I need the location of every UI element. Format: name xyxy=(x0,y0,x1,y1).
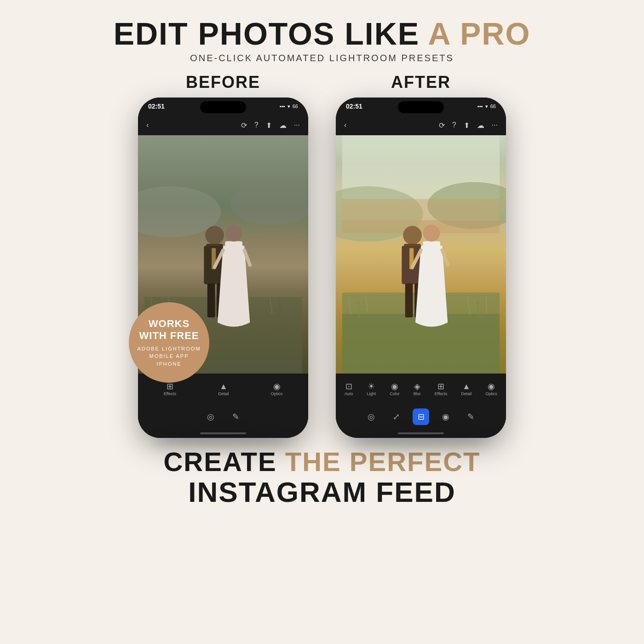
before-phone-frame: 02:51 ▪▪▪ ▾ 66 ‹ ⟳ ? ⬆ ☁ xyxy=(138,98,308,438)
after-photo-bg xyxy=(336,135,506,374)
lr-toolbar-before: ‹ ⟳ ? ⬆ ☁ ··· xyxy=(138,115,308,135)
home-bar-after xyxy=(398,432,444,434)
footer: CREATE THE PERFECT INSTAGRAM FEED xyxy=(163,447,480,508)
svg-point-15 xyxy=(225,225,242,242)
effects-icon: ⊞ xyxy=(167,382,173,391)
footer-line1-black: CREATE xyxy=(163,447,285,477)
after-photo xyxy=(336,135,506,374)
status-icons-after: ▪▪▪ ▾ 66 xyxy=(477,104,496,109)
status-bar-before: 02:51 ▪▪▪ ▾ 66 xyxy=(138,98,308,115)
detail-icon-after: ▲ xyxy=(462,382,471,391)
time-before: 02:51 xyxy=(148,103,165,110)
share-icon-after[interactable]: ⬆ xyxy=(464,121,470,130)
badge-circle: WORKS WITH FREE ADOBE LIGHTROOM MOBILE A… xyxy=(129,302,209,383)
headline-black: EDIT PHOTOS LIKE xyxy=(114,16,428,51)
history-icon[interactable]: ⟳ xyxy=(241,121,247,130)
round-icon-a2[interactable]: ⤢ xyxy=(388,408,404,425)
svg-rect-21 xyxy=(342,199,500,233)
subtitle: ONE-CLICK AUTOMATED LIGHTROOM PRESETS xyxy=(114,53,531,63)
tab-effects[interactable]: ⊞ Effects xyxy=(435,382,447,396)
home-indicator-after xyxy=(336,429,506,438)
round-icon-a3[interactable]: ◉ xyxy=(437,408,454,425)
auto-icon: ⊡ xyxy=(345,382,352,391)
back-icon[interactable]: ‹ xyxy=(146,121,149,129)
color-icon: ◉ xyxy=(391,382,398,391)
optics-label-after: Optics xyxy=(485,391,497,396)
optics-icon-after: ◉ xyxy=(488,382,495,391)
svg-point-2 xyxy=(230,182,308,225)
more-icon-after[interactable]: ··· xyxy=(492,121,498,130)
color-label: Color xyxy=(390,391,400,396)
svg-point-36 xyxy=(423,225,440,242)
second-row-before: ◎ ✎ xyxy=(138,405,308,429)
detail-icon: ▲ xyxy=(219,382,228,391)
footer-line1-accent: THE PERFECT xyxy=(285,447,481,477)
badge-main: WORKS WITH FREE xyxy=(139,318,199,342)
round-icon-2[interactable]: ✎ xyxy=(227,408,244,425)
svg-rect-34 xyxy=(405,283,413,317)
headline-accent: A PRO xyxy=(428,16,531,51)
help-icon-after[interactable]: ? xyxy=(452,121,456,130)
back-icon-after[interactable]: ‹ xyxy=(344,121,346,129)
round-icon-1[interactable]: ◎ xyxy=(202,408,219,425)
tab-color[interactable]: ◉ Color xyxy=(390,382,400,396)
badge-sub: ADOBE LIGHTROOM MOBILE APP IPHONE xyxy=(137,345,201,368)
svg-point-9 xyxy=(205,226,224,245)
tab-optics[interactable]: ◉ Optics xyxy=(485,382,497,396)
home-indicator-before xyxy=(138,429,308,438)
tab-light[interactable]: ☀ Light xyxy=(367,382,376,396)
effects-label: Effects xyxy=(164,391,176,396)
svg-rect-13 xyxy=(207,283,215,317)
toolbar-right-before: ⟳ ? ⬆ ☁ ··· xyxy=(241,121,300,130)
after-phone-frame: 02:51 ▪▪▪ ▾ 66 ‹ ⟳ ? ⬆ ☁ xyxy=(336,98,506,438)
header: EDIT PHOTOS LIKE A PRO ONE-CLICK AUTOMAT… xyxy=(114,0,531,63)
light-icon: ☀ xyxy=(368,382,375,391)
tab-item[interactable]: ⊞ Effects xyxy=(164,382,176,396)
after-phone-outer: 02:51 ▪▪▪ ▾ 66 ‹ ⟳ ? ⬆ ☁ xyxy=(336,98,506,438)
before-column: BEFORE WORKS WITH FREE ADOBE LIGHTROOM M… xyxy=(138,73,308,438)
effects-icon-after: ⊞ xyxy=(437,382,444,391)
optics-label: Optics xyxy=(271,391,283,396)
before-phone-outer: WORKS WITH FREE ADOBE LIGHTROOM MOBILE A… xyxy=(138,98,308,438)
optics-icon: ◉ xyxy=(273,382,281,391)
history-icon-after[interactable]: ⟳ xyxy=(439,121,445,130)
dynamic-island-before xyxy=(200,101,246,113)
tab-detail[interactable]: ▲ Detail xyxy=(461,382,472,396)
after-column: AFTER 02:51 ▪▪▪ ▾ 66 ‹ ⟳ xyxy=(336,73,506,438)
share-icon[interactable]: ⬆ xyxy=(266,121,272,130)
cloud-icon-after[interactable]: ☁ xyxy=(477,121,484,130)
phones-section: BEFORE WORKS WITH FREE ADOBE LIGHTROOM M… xyxy=(138,73,506,438)
more-icon[interactable]: ··· xyxy=(294,121,300,130)
auto-label: Auto xyxy=(345,391,353,396)
dynamic-island-after xyxy=(398,101,444,113)
detail-label-after: Detail xyxy=(461,391,472,396)
svg-point-30 xyxy=(403,226,422,245)
round-icon-a4[interactable]: ✎ xyxy=(462,408,479,425)
active-adjust-icon[interactable]: ⊟ xyxy=(413,408,429,425)
tab-item[interactable]: ▲ Detail xyxy=(218,382,229,396)
tab-blur[interactable]: ◈ Blur xyxy=(414,382,421,396)
main-headline: EDIT PHOTOS LIKE A PRO xyxy=(114,17,531,50)
home-bar xyxy=(200,432,246,434)
light-label: Light xyxy=(367,391,376,396)
lr-toolbar-after: ‹ ⟳ ? ⬆ ☁ ··· xyxy=(336,115,506,135)
help-icon[interactable]: ? xyxy=(254,121,259,130)
footer-line2: INSTAGRAM FEED xyxy=(163,477,480,508)
tabs-after: ⊡ Auto ☀ Light ◉ Color ◈ Blur xyxy=(336,374,506,405)
status-icons-before: ▪▪▪ ▾ 66 xyxy=(280,104,298,109)
before-label: BEFORE xyxy=(186,73,260,92)
toolbar-right-after: ⟳ ? ⬆ ☁ ··· xyxy=(439,121,498,130)
status-bar-after: 02:51 ▪▪▪ ▾ 66 xyxy=(336,98,506,115)
second-row-after: ◎ ⤢ ⊟ ◉ ✎ xyxy=(336,405,506,429)
round-icon-a1[interactable]: ◎ xyxy=(363,408,380,425)
detail-label: Detail xyxy=(218,391,229,396)
after-label: AFTER xyxy=(391,73,451,92)
tab-item[interactable]: ◉ Optics xyxy=(271,382,283,396)
blur-label: Blur xyxy=(414,391,421,396)
tab-auto[interactable]: ⊡ Auto xyxy=(345,382,353,396)
blur-icon: ◈ xyxy=(414,382,420,391)
cloud-icon[interactable]: ☁ xyxy=(279,121,287,130)
effects-label-after: Effects xyxy=(435,391,447,396)
time-after: 02:51 xyxy=(346,103,362,110)
footer-line1: CREATE THE PERFECT xyxy=(163,447,480,477)
